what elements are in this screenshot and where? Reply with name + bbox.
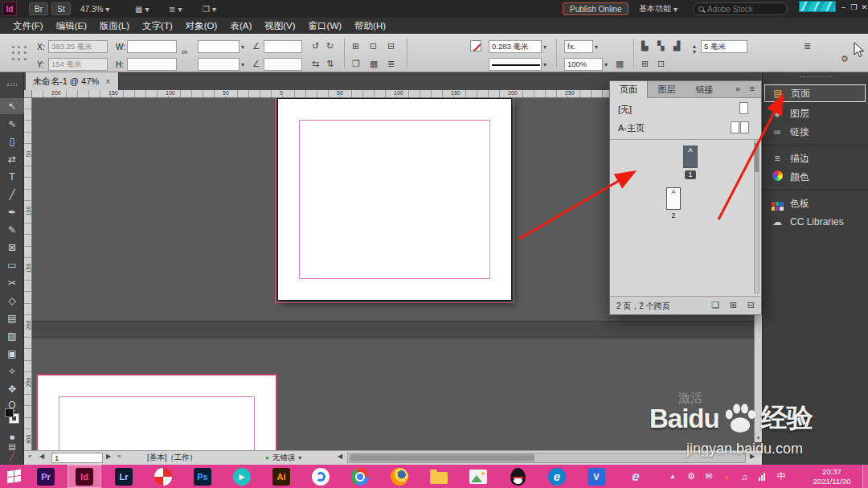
tray-settings-icon[interactable]: ⚙ <box>683 465 699 488</box>
scale-x-field[interactable] <box>198 40 240 53</box>
bridge-button[interactable]: Br <box>29 2 48 15</box>
tools-drag-handle[interactable] <box>7 84 17 86</box>
rotation-field[interactable] <box>264 40 302 53</box>
select-content-icon[interactable]: ⊡ <box>370 42 377 51</box>
dock-item-swatches[interactable]: 色板 <box>764 195 866 212</box>
fit-content-icon[interactable]: ▦ <box>370 59 378 68</box>
scrollbar-thumb[interactable] <box>350 454 534 461</box>
ruler-origin[interactable] <box>24 90 32 98</box>
line-tool[interactable]: ╱ <box>0 187 24 203</box>
stroke-weight-field[interactable]: 0.283 毫米 <box>489 40 542 53</box>
select-container-icon[interactable]: ⊞ <box>352 42 359 51</box>
edit-page-size-button[interactable]: ❏ <box>711 300 719 310</box>
hand-tool[interactable]: ✥ <box>0 381 24 397</box>
fill-swatch[interactable] <box>5 408 14 417</box>
y-position-field[interactable]: 154 毫米 <box>48 58 108 71</box>
tray-network-icon[interactable] <box>754 465 770 488</box>
dock-item-color[interactable]: 颜色 <box>764 168 866 186</box>
scissors-tool[interactable]: ✂ <box>0 275 24 291</box>
height-field[interactable] <box>127 58 177 71</box>
panel-menu-icon[interactable]: ≡ <box>750 84 755 93</box>
panel-options-gear-icon[interactable]: ⚙ <box>841 55 849 64</box>
type-tool[interactable]: T <box>0 169 24 185</box>
select-previous-icon[interactable]: ⊟ <box>387 42 395 51</box>
close-button[interactable]: ✕ <box>860 2 868 12</box>
workspace-switcher[interactable]: 基本功能 ▾ <box>639 3 678 14</box>
tab-close-icon[interactable]: × <box>105 76 110 86</box>
scroll-right-icon[interactable]: ▶ <box>750 453 755 460</box>
effects-dropdown[interactable]: fx. <box>564 40 593 53</box>
gap-value-field[interactable]: 5 毫米 <box>701 40 747 53</box>
menu-layout[interactable]: 版面(L) <box>93 20 136 32</box>
hidden-icons-chevron[interactable]: ▲ <box>665 465 680 488</box>
panel-scrollbar[interactable] <box>754 141 760 293</box>
constrain-link-icon[interactable]: ∞ <box>182 47 188 56</box>
screen-mode-dropdown[interactable]: ❐ ▾ <box>203 3 216 14</box>
document-page-1[interactable] <box>277 98 512 301</box>
chevron-down-icon[interactable]: ▾ <box>241 61 244 68</box>
stock-search[interactable] <box>693 2 788 15</box>
previous-page-button[interactable]: ◀ <box>39 453 44 460</box>
taskbar-indesign[interactable]: Id <box>68 465 101 488</box>
vertical-ruler[interactable]: 50 100 150 200 250 300 <box>24 98 32 450</box>
taskbar-teal-app[interactable]: ▶ <box>225 465 259 488</box>
chevron-down-icon[interactable]: ▾ <box>543 61 547 68</box>
first-page-button[interactable]: « <box>28 453 31 460</box>
stock-button[interactable]: St <box>51 2 71 15</box>
tray-alert-icon[interactable]: ● <box>719 465 735 488</box>
input-method-indicator[interactable]: 中 <box>773 465 789 488</box>
space-icon[interactable]: ⊡ <box>657 59 665 68</box>
taskbar-photoshop[interactable]: Ps <box>186 465 219 488</box>
rectangle-tool[interactable]: ▭ <box>0 257 24 273</box>
selection-tool[interactable]: ↖ <box>0 98 24 114</box>
show-desktop-button[interactable] <box>862 465 868 488</box>
page-1-thumbnail[interactable]: A <box>683 146 698 168</box>
tab-pages[interactable]: 页面 <box>610 81 648 98</box>
taskbar-lightroom[interactable]: Lr <box>107 465 141 488</box>
page-2-number[interactable]: 2 <box>666 211 681 219</box>
titlebar-widget[interactable] <box>799 1 836 12</box>
master-a-row[interactable]: A-主页 <box>610 119 761 137</box>
stepper-down-icon[interactable]: ▾ <box>693 48 696 55</box>
menu-file[interactable]: 文件(F) <box>6 20 50 32</box>
taskbar-chrome[interactable] <box>343 465 377 488</box>
gradient-feather-tool[interactable]: ▨ <box>0 328 24 344</box>
menu-edit[interactable]: 编辑(E) <box>50 20 93 32</box>
document-page-2[interactable] <box>36 374 277 450</box>
page-2-thumbnail[interactable]: A <box>666 187 681 210</box>
chevron-down-icon[interactable]: ▾ <box>241 43 244 51</box>
delete-page-button[interactable]: ⊟ <box>747 300 755 310</box>
zoom-level-dropdown[interactable]: 47.3% ▾ <box>80 3 109 14</box>
dock-item-pages[interactable]: ▤ 页面 <box>764 84 866 102</box>
taskbar-edge[interactable]: e <box>540 465 574 488</box>
taskbar-qq[interactable] <box>501 465 534 488</box>
master-none-row[interactable]: [无] <box>610 100 761 117</box>
wrap-options-icon[interactable]: ▦ <box>616 59 624 68</box>
taskbar-v-app[interactable]: V <box>579 465 613 488</box>
flip-vertical-icon[interactable]: ⇅ <box>326 59 334 68</box>
stroke-type-dropdown[interactable] <box>489 58 542 71</box>
taskbar-firefox[interactable] <box>383 465 416 488</box>
reference-point-proxy[interactable] <box>11 45 27 61</box>
tray-volume-icon[interactable]: ♫ <box>736 465 752 488</box>
chevron-down-icon[interactable]: ▾ <box>604 61 608 68</box>
collapse-panel-icon[interactable]: » <box>735 84 740 93</box>
dock-drag-handle[interactable] <box>800 76 832 79</box>
apply-none-button[interactable]: ╱ <box>0 449 24 465</box>
menu-help[interactable]: 帮助(H) <box>348 20 392 32</box>
chevron-down-icon[interactable]: ▾ <box>543 43 547 51</box>
preflight-status[interactable]: ● 无错误 ▾ <box>265 453 301 463</box>
scrollbar-thumb[interactable] <box>755 143 759 172</box>
next-page-button[interactable]: ▶ <box>106 453 111 460</box>
taskbar-illustrator[interactable]: Ai <box>264 465 298 488</box>
dock-item-layers[interactable]: ◈ 图层 <box>764 105 866 122</box>
dock-item-cc-libraries[interactable]: ☁ CC Libraries <box>764 213 866 231</box>
x-position-field[interactable]: 383.25 毫米 <box>48 40 108 53</box>
align-right-icon[interactable]: ▟ <box>674 42 680 51</box>
tab-links[interactable]: 链接 <box>686 81 723 98</box>
last-page-button[interactable]: » <box>117 453 121 460</box>
width-field[interactable] <box>127 40 177 53</box>
tab-layers[interactable]: 图层 <box>648 81 686 98</box>
taskbar-red-app[interactable] <box>146 465 180 488</box>
pen-tool[interactable]: ✒ <box>0 204 24 220</box>
